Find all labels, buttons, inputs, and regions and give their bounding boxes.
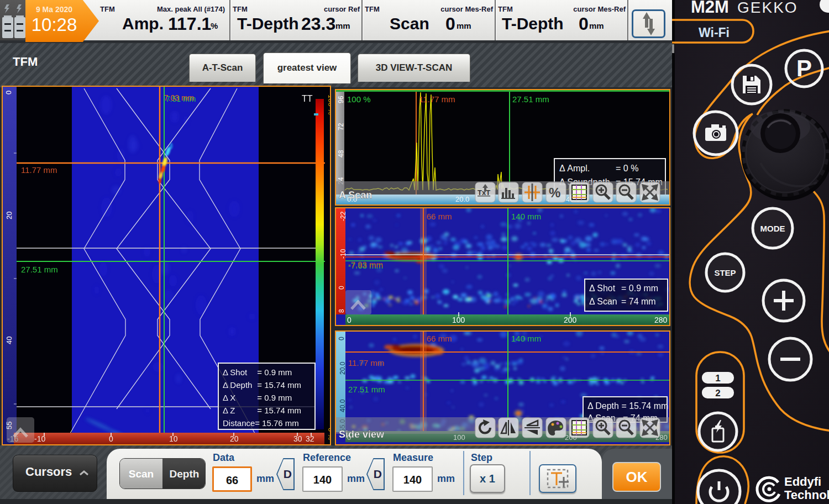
svg-text:96: 96	[337, 96, 345, 103]
svg-text:= 15.74 mm: = 15.74 mm	[253, 380, 301, 390]
svg-text:8: 8	[338, 309, 345, 313]
svg-text:MODE: MODE	[760, 224, 785, 233]
svg-text:7.03 mm: 7.03 mm	[164, 93, 194, 102]
svg-text:48: 48	[337, 150, 345, 158]
svg-text:27.51 mm: 27.51 mm	[348, 385, 385, 394]
svg-text:%: %	[549, 185, 560, 200]
svg-text:66 mm: 66 mm	[427, 212, 452, 221]
svg-text:= 0.9 mm: = 0.9 mm	[253, 368, 292, 377]
svg-text:280: 280	[654, 316, 668, 324]
svg-text:30: 30	[293, 434, 302, 443]
svg-text:GEKKO: GEKKO	[737, 0, 798, 16]
svg-text:20.0: 20.0	[339, 361, 347, 375]
svg-text:Δ Ampl.: Δ Ampl.	[559, 164, 590, 173]
svg-text:A Scan: A Scan	[339, 190, 372, 201]
svg-text:10: 10	[169, 434, 178, 443]
svg-text:-10: -10	[339, 249, 347, 259]
svg-text:66 mm: 66 mm	[427, 334, 452, 343]
svg-text:= 0 %: = 0 %	[616, 164, 638, 173]
svg-text:= 74 mm: = 74 mm	[621, 297, 656, 306]
svg-text:= 15.74 mm: = 15.74 mm	[253, 406, 301, 415]
svg-text:40.0: 40.0	[339, 399, 347, 412]
svg-text:0: 0	[338, 337, 345, 340]
svg-text:1: 1	[715, 373, 720, 384]
svg-text:0: 0	[4, 91, 13, 95]
svg-text:140 mm: 140 mm	[511, 334, 541, 343]
svg-text:Δ X: Δ X	[223, 393, 235, 402]
svg-text:11.77 mm: 11.77 mm	[21, 165, 57, 175]
svg-text:72: 72	[337, 123, 345, 130]
svg-text:Δ Shot: Δ Shot	[223, 368, 248, 377]
svg-text:Wi-Fi: Wi-Fi	[699, 25, 730, 40]
svg-text:0: 0	[347, 316, 351, 324]
svg-text:200: 200	[564, 316, 577, 324]
svg-text:-22: -22	[339, 211, 347, 221]
svg-text:= 0.9 mm: = 0.9 mm	[253, 393, 292, 402]
svg-text:Side view: Side view	[339, 429, 385, 440]
svg-text:Δ Depth: Δ Depth	[223, 380, 252, 390]
svg-text:M2M: M2M	[691, 0, 729, 17]
svg-text:20: 20	[5, 212, 13, 219]
svg-text:100: 100	[452, 316, 465, 324]
svg-text:32: 32	[306, 434, 314, 443]
svg-text:-7.93 mm: -7.93 mm	[348, 260, 383, 269]
svg-text:Δ Z: Δ Z	[223, 406, 235, 415]
svg-text:27.51 mm: 27.51 mm	[512, 95, 549, 104]
svg-text:Δ Depth = 15.74 mm: Δ Depth = 15.74 mm	[587, 401, 668, 411]
svg-text:100 %: 100 %	[347, 95, 371, 104]
svg-text:TT: TT	[302, 94, 313, 103]
svg-text:0: 0	[338, 286, 345, 290]
svg-text:TxT: TxT	[478, 188, 490, 197]
svg-text:100 %: 100 %	[327, 95, 330, 115]
svg-text:= 15.76 mm: = 15.76 mm	[253, 418, 299, 428]
svg-text:Eddyfi: Eddyfi	[784, 475, 821, 489]
svg-text:Δ Scan: Δ Scan	[589, 297, 617, 306]
svg-text:20: 20	[230, 434, 239, 443]
svg-text:11.77 mm: 11.77 mm	[348, 358, 385, 368]
svg-text:140 mm: 140 mm	[511, 212, 541, 221]
svg-text:STEP: STEP	[714, 268, 736, 277]
svg-text:= 0.9 mm: = 0.9 mm	[621, 284, 658, 293]
svg-text:27.51 mm: 27.51 mm	[21, 265, 58, 274]
svg-text:P: P	[796, 55, 812, 81]
svg-text:11.77 mm: 11.77 mm	[419, 95, 455, 104]
svg-text:Distance: Distance	[223, 418, 255, 428]
svg-text:40: 40	[5, 337, 13, 344]
svg-text:100: 100	[453, 433, 465, 442]
svg-text:Δ Shot: Δ Shot	[589, 284, 616, 293]
svg-text:2: 2	[715, 388, 720, 398]
svg-text:20.0: 20.0	[455, 195, 469, 203]
svg-text:Technologies: Technologies	[784, 488, 829, 502]
svg-text:0 %: 0 %	[327, 428, 330, 440]
